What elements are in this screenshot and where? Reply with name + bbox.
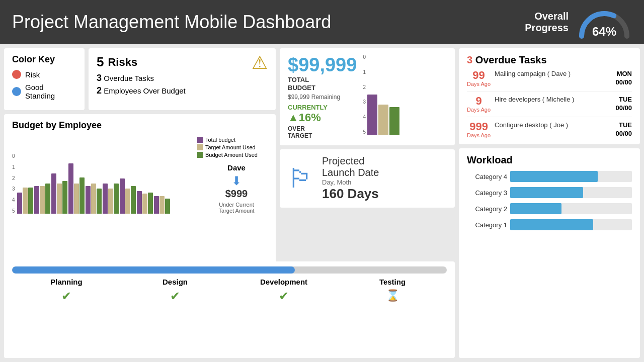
workload-title: Workload [467, 154, 632, 166]
progress-bar-container [12, 266, 447, 274]
legend-target: Target Amount Used [197, 144, 268, 150]
gauge-content: $99,999 TOTALBUDGET $99,999 Remaining CU… [288, 54, 447, 139]
budget-content: 5 4 3 2 1 0 [12, 135, 268, 214]
overdue-day-3: TUE00/00 [615, 121, 632, 138]
risks-card: 5 Risks 3 Overdue Tasks 2 Employees Over… [89, 48, 276, 110]
bar-total [137, 191, 142, 214]
workload-bar-bg-3 [510, 187, 632, 198]
progress-stages-row: Planning ✔ Design ✔ Development ✔ Testin… [4, 261, 455, 358]
hourglass-icon: ⌛ [338, 289, 447, 302]
launch-date-sub: Day, Moth [322, 178, 379, 186]
stage-design: Design ✔ [121, 278, 229, 303]
bar-total [51, 173, 56, 214]
dave-sublabel: Under CurrentTarget Amount [205, 202, 268, 214]
overall-progress: OverallProgress 64% [525, 6, 632, 39]
workload-cat2: Category 2 [467, 203, 632, 214]
bar-total [68, 163, 73, 214]
overdue-desc-3: Configure desktop ( Joe ) [495, 121, 611, 129]
warning-icon: ⚠ [252, 52, 268, 73]
bar-used [79, 177, 85, 214]
bar-group-5 [86, 184, 102, 214]
workload-cat1: Category 1 [467, 219, 632, 230]
over-budget-label: Employees Over Budget [104, 86, 186, 95]
workload-bar-fill-3 [510, 187, 583, 198]
legend-box-green [197, 152, 203, 158]
workload-bar-fill-2 [510, 203, 561, 214]
gauge: 64% [577, 6, 632, 39]
workload-cat1-label: Category 1 [467, 221, 507, 229]
mid-column: $99,999 TOTALBUDGET $99,999 Remaining CU… [280, 48, 455, 257]
main-grid: Color Key Risk GoodStanding 5 Risks [0, 44, 644, 362]
workload-bar-bg-2 [510, 203, 632, 214]
overdue-days-1: 99 Days Ago [467, 70, 491, 87]
launch-days: 160 Days [322, 186, 379, 202]
workload-bar-bg-1 [510, 219, 632, 230]
bar-chart [17, 153, 170, 214]
bar-group-8 [137, 191, 153, 214]
risks-label: Risks [108, 56, 137, 69]
right-side: Total budget Target Amount Used Budget A… [197, 135, 268, 214]
overdue-days-3: 999 Days Ago [467, 121, 491, 138]
top-row: Color Key Risk GoodStanding 5 Risks [4, 48, 276, 110]
bar-target [91, 184, 96, 214]
workload-card: Workload Category 4 Category 3 Category … [459, 148, 640, 358]
mini-y-axis: 5 4 3 2 1 0 [363, 54, 367, 135]
mini-group-3 [389, 107, 399, 135]
risk-dot [12, 70, 21, 79]
risks-count: 5 [97, 54, 104, 70]
color-key-good: GoodStanding [12, 83, 76, 100]
currently-label: CURRENTLY [288, 104, 357, 111]
overdue-item-3: 999 Days Ago Configure desktop ( Joe ) T… [467, 121, 632, 138]
stage-testing: Testing ⌛ [338, 278, 447, 303]
overdue-days-2: 9 Days Ago [467, 96, 491, 113]
overdue-card: 3 Overdue Tasks 99 Days Ago Mailing camp… [459, 48, 640, 144]
bar-total [154, 196, 159, 214]
bar-chart-wrapper: 5 4 3 2 1 0 [12, 135, 193, 214]
legend-used: Budget Amount Used [197, 152, 268, 158]
stage-dev-label: Development [229, 278, 338, 286]
overdue-day-2: TUE00/00 [615, 96, 632, 113]
good-label: GoodStanding [25, 83, 55, 100]
bar-target [125, 189, 130, 214]
risk-label: Risk [25, 70, 40, 79]
remaining-label: $99,999 Remaining [288, 94, 357, 101]
bar-total [17, 193, 22, 214]
check-icon: ✔ [12, 289, 121, 303]
overdue-title-label: Overdue Tasks [475, 54, 547, 65]
right-column: 3 Overdue Tasks 99 Days Ago Mailing camp… [459, 48, 640, 358]
workload-bar-fill-1 [510, 219, 593, 230]
color-key-card: Color Key Risk GoodStanding [4, 48, 85, 110]
bar-used [62, 181, 67, 214]
workload-cat4-label: Category 4 [467, 173, 507, 180]
bar-total [120, 178, 125, 214]
stage-planning-label: Planning [12, 278, 121, 286]
check-icon-3: ✔ [229, 289, 338, 303]
workload-bar-fill-4 [510, 171, 598, 182]
bar-used [28, 188, 33, 214]
legend-target-label: Target Amount Used [205, 144, 256, 150]
bar-target [40, 186, 45, 214]
overdue-item-2: 9 Days Ago Hire developers ( Michelle ) … [467, 96, 632, 117]
legend-total: Total budget [197, 137, 268, 143]
progress-pct: 64% [577, 25, 632, 39]
risks-title: 5 Risks [97, 54, 186, 70]
bar-target [23, 188, 28, 214]
mini-chart-wrapper: 5 4 3 2 1 0 [363, 54, 399, 135]
bar-group-2 [34, 184, 50, 214]
progress-stages: Planning ✔ Design ✔ Development ✔ Testin… [12, 278, 447, 303]
risks-overdue: 3 Overdue Tasks [97, 73, 186, 83]
bar-total [34, 186, 39, 214]
stage-design-label: Design [121, 278, 229, 286]
overdue-label: Overdue Tasks [104, 74, 154, 82]
over-target-label: OVERTARGET [288, 125, 357, 139]
workload-cat3-label: Category 3 [467, 189, 507, 197]
dave-amount: $999 [205, 188, 268, 200]
mini-bar-green [389, 107, 399, 135]
color-key-risk: Risk [12, 70, 76, 79]
overdue-num: 3 [97, 73, 102, 83]
overdue-desc-2: Hire developers ( Michelle ) [495, 96, 611, 103]
launch-info: ProjectedLaunch Date Day, Moth 160 Days [322, 155, 379, 202]
stage-development: Development ✔ [229, 278, 338, 303]
header: Project Management Mobile Dashboard Over… [0, 0, 644, 44]
budget-gauge-card: $99,999 TOTALBUDGET $99,999 Remaining CU… [280, 48, 455, 145]
